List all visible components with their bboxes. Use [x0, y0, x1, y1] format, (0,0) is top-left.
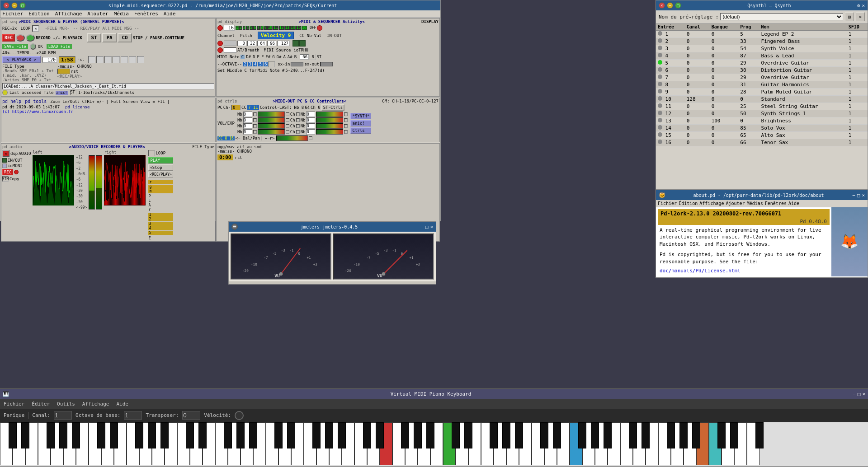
ch-val-box[interactable]: 0 [231, 105, 241, 110]
val-slider-3[interactable] [258, 123, 285, 129]
ch-toggle-2[interactable] [296, 118, 300, 122]
ctrls-btn[interactable]: Ctrls [350, 127, 371, 134]
piano-black-key[interactable] [755, 422, 764, 448]
menu-affichage[interactable]: Affichage [55, 11, 82, 17]
piano-black-key[interactable] [490, 422, 498, 448]
piano-black-key[interactable] [97, 422, 105, 448]
piano-black-key[interactable] [376, 422, 384, 448]
pa-btn[interactable]: PA [102, 33, 117, 42]
val-slider-2b[interactable] [316, 117, 343, 123]
piano-black-key[interactable] [591, 422, 599, 448]
piano-black-key[interactable] [426, 422, 434, 448]
table-row[interactable]: 6 0 0 30 Distortion Guitar 1 [656, 67, 868, 74]
ch-toggle-3[interactable] [296, 124, 300, 128]
pd-help-btn[interactable]: pd help [2, 99, 21, 104]
piano-black-key[interactable] [414, 422, 422, 448]
piano-black-key[interactable] [9, 422, 17, 448]
jmeters-close[interactable]: × [430, 224, 433, 230]
chrono-toggle-3[interactable] [104, 56, 112, 63]
about-close[interactable]: × [862, 192, 865, 198]
val-btn-3[interactable] [286, 124, 289, 128]
piano-black-key[interactable] [629, 422, 637, 448]
val-btn-2[interactable] [286, 118, 289, 122]
qsynth-close[interactable]: × [659, 2, 665, 9]
chrono-toggle-5[interactable] [121, 56, 128, 63]
stop-btn[interactable]: +Stop [148, 164, 173, 171]
about-menu-ajouter[interactable]: Ajouter [726, 201, 745, 206]
chrono-toggle-1[interactable] [88, 56, 95, 63]
nb-btn-1[interactable] [253, 112, 257, 116]
transpose-input[interactable] [182, 411, 200, 420]
co-btn[interactable]: CO [118, 33, 132, 42]
nb-btn-3[interactable] [253, 124, 257, 128]
rst-pc-btn[interactable]: R [310, 54, 316, 60]
bal-btn[interactable] [309, 136, 312, 140]
piano-black-key[interactable] [540, 422, 548, 448]
piano-black-key[interactable] [338, 422, 346, 448]
st-small[interactable]: ST [70, 90, 76, 95]
piano-black-key[interactable] [578, 422, 586, 448]
piano-black-key[interactable] [553, 422, 561, 448]
pd-tools-btn[interactable]: pd tools [25, 99, 47, 104]
tempo-value[interactable]: 120 [42, 57, 57, 63]
bal-slider[interactable] [276, 135, 308, 141]
table-row[interactable]: 13 0 100 0 Brightness 1 [656, 117, 868, 125]
anic-btn[interactable]: anic! [56, 91, 68, 95]
octave-input[interactable] [124, 411, 142, 420]
jmeters-min[interactable]: − [420, 224, 424, 230]
menu-fichier[interactable]: Fichier [2, 11, 23, 17]
qsynth-close2[interactable]: × [862, 3, 865, 9]
table-row[interactable]: 15 0 0 65 Alto Sax 1 [656, 132, 868, 139]
piano-black-key[interactable] [692, 422, 700, 448]
piano-black-key[interactable] [452, 422, 460, 448]
menu-media[interactable]: Média [114, 11, 129, 17]
piano-black-key[interactable] [325, 422, 333, 448]
piano-max[interactable]: □ [858, 391, 861, 397]
val-slider-1b[interactable] [316, 112, 343, 117]
panic-ctrls-btn[interactable]: anic! [350, 120, 371, 126]
piano-black-key[interactable] [287, 422, 295, 448]
synth-btn[interactable]: *SYNTH* [350, 113, 371, 119]
val-btn-3b[interactable] [344, 124, 348, 128]
piano-black-key[interactable] [160, 422, 169, 448]
table-row[interactable]: 12 0 0 50 Synth Strings 1 1 [656, 110, 868, 117]
table-row[interactable]: 11 0 0 25 Steel String Guitar 1 [656, 103, 868, 110]
canal-input[interactable] [54, 411, 72, 420]
piano-black-key[interactable] [110, 422, 118, 448]
piano-black-key[interactable] [401, 422, 409, 448]
piano-menu-fichier[interactable]: Fichier [4, 401, 24, 407]
piano-menu-editer[interactable]: Éditer [32, 401, 50, 407]
piano-black-key[interactable] [679, 422, 688, 448]
piano-black-key[interactable] [72, 422, 80, 448]
min-btn[interactable]: − [11, 2, 18, 9]
val-slider-4[interactable] [258, 129, 285, 135]
loop-toggle[interactable]: ✕ [32, 25, 39, 32]
menu-ajouter[interactable]: Ajouter [87, 11, 108, 17]
table-row[interactable]: 5 0 0 29 Overdrive Guitar 1 [656, 60, 868, 67]
about-menu-fichier[interactable]: Fichier [658, 201, 677, 206]
about-menu-fenetres[interactable]: Fenêtres [765, 201, 787, 206]
piano-black-key[interactable] [186, 422, 194, 448]
rec-circle[interactable] [16, 34, 25, 42]
about-menu-aide[interactable]: Aide [788, 201, 799, 206]
playback-btn[interactable]: < PLAYBACK > [2, 56, 41, 63]
val-slider-2[interactable] [258, 117, 285, 123]
chrono-toggle-2[interactable] [96, 56, 104, 63]
pitch-slider[interactable] [224, 41, 236, 46]
piano-black-key[interactable] [21, 422, 29, 448]
about-menu-edition[interactable]: Édition [679, 201, 698, 206]
play-audio-btn[interactable]: PLAY [148, 157, 173, 163]
rec-play-indicator[interactable]: <REC/PLAY> [57, 74, 92, 79]
chrono-toggle-6[interactable] [129, 56, 136, 63]
ch-toggle-1[interactable] [296, 112, 300, 116]
nb-btn-4[interactable] [253, 130, 257, 134]
about-min[interactable]: − [852, 192, 855, 198]
qsynth-gear[interactable]: ⚙ [857, 3, 860, 9]
piano-black-key[interactable] [47, 422, 55, 448]
val-slider-1[interactable] [258, 112, 285, 117]
table-row[interactable]: 9 0 0 28 Palm Muted Guitar 1 [656, 89, 868, 96]
rec-button[interactable]: REC [2, 34, 15, 42]
about-menu-medias[interactable]: Médias [747, 201, 763, 206]
piano-black-key[interactable] [274, 422, 283, 448]
piano-black-key[interactable] [667, 422, 675, 448]
